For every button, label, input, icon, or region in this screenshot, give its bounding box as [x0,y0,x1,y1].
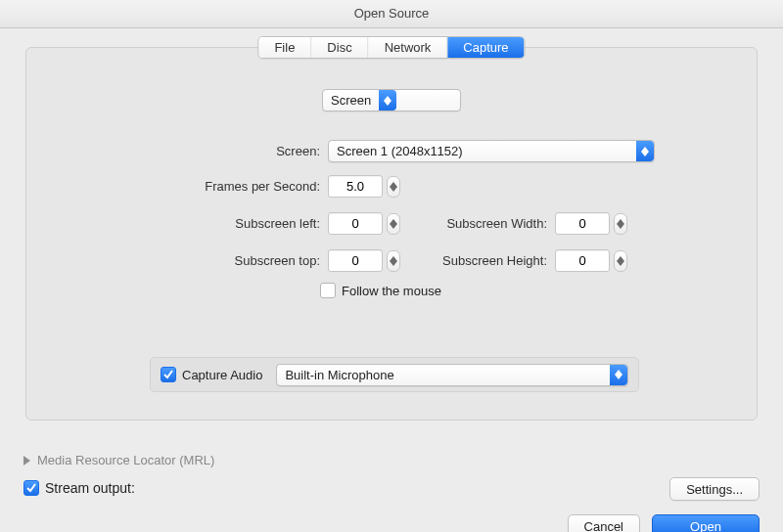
popup-arrows-icon [379,90,396,111]
subscreen-height-field [555,249,627,272]
follow-mouse-label: Follow the mouse [342,284,441,298]
fps-field [328,175,400,198]
subscreen-width-field [555,212,627,235]
capture-audio-label: Capture Audio [182,368,262,382]
tab-network[interactable]: Network [369,37,448,58]
follow-mouse-option[interactable]: Follow the mouse [320,283,441,298]
subscreen-width-input[interactable] [555,212,610,235]
popup-arrows-icon [636,141,654,161]
subscreen-top-field [328,249,400,272]
screen-label: Screen: [26,144,328,158]
follow-mouse-checkbox[interactable] [320,283,336,298]
subscreen-left-stepper[interactable] [387,213,400,235]
tab-network-label: Network [385,40,432,55]
subscreen-left-label: Subscreen left: [26,216,328,231]
capture-mode-selected: Screen [323,93,379,108]
svg-marker-1 [384,101,392,106]
fps-label: Frames per Second: [26,179,328,194]
subscreen-left-input[interactable] [328,212,383,235]
capture-mode-popup[interactable]: Screen [322,89,461,111]
tab-capture[interactable]: Capture [447,37,524,58]
stream-settings-button[interactable]: Settings... [669,477,760,501]
open-label: Open [690,519,721,533]
window-titlebar: Open Source [0,0,783,28]
audio-device-popup[interactable]: Built-in Microphone [276,364,628,386]
capture-audio-checkbox[interactable] [161,367,176,382]
fps-stepper[interactable] [387,176,400,198]
tab-disc-label: Disc [327,40,351,55]
tab-file[interactable]: File [258,37,311,58]
svg-marker-15 [615,375,622,379]
popup-arrows-icon [610,365,627,385]
window-title: Open Source [354,6,430,21]
subscreen-height-stepper[interactable] [614,250,627,272]
subscreen-top-input[interactable] [328,249,383,272]
subscreen-height-input[interactable] [555,249,610,272]
screen-popup[interactable]: Screen 1 (2048x1152) [328,140,655,162]
window-content: File Disc Network Capture Screen Screen:… [12,27,771,524]
stream-output-checkbox[interactable] [23,480,39,496]
audio-device-selected: Built-in Microphone [277,368,610,382]
dialog-buttons: Cancel Open [568,514,760,532]
svg-marker-7 [390,224,397,229]
subscreen-top-label: Subscreen top: [26,253,328,268]
stream-output-label: Stream output: [45,480,135,496]
capture-audio-group: Capture Audio Built-in Microphone [150,357,639,392]
fps-input[interactable] [328,175,383,198]
svg-marker-3 [641,152,649,156]
subscreen-width-label: Subscreen Width: [424,216,555,231]
screen-selected: Screen 1 (2048x1152) [329,144,636,158]
open-button[interactable]: Open [652,514,760,532]
mrl-label: Media Resource Locator (MRL) [37,453,214,467]
stream-output-option[interactable]: Stream output: [23,480,135,496]
capture-panel: File Disc Network Capture Screen Screen:… [25,47,758,421]
mrl-disclosure[interactable]: Media Resource Locator (MRL) [23,453,214,467]
disclosure-triangle-icon [23,456,30,466]
svg-marker-11 [390,261,397,266]
subscreen-width-stepper[interactable] [614,213,627,235]
svg-marker-9 [617,224,624,229]
svg-marker-13 [617,261,624,266]
subscreen-top-stepper[interactable] [387,250,400,272]
tab-disc[interactable]: Disc [311,37,368,58]
cancel-label: Cancel [584,519,623,533]
capture-audio-option[interactable]: Capture Audio [161,367,262,382]
subscreen-height-label: Subscreen Height: [424,253,555,268]
tab-capture-label: Capture [463,40,508,55]
svg-marker-5 [390,187,397,192]
subscreen-left-field [328,212,400,235]
tab-file-label: File [274,40,295,55]
source-tabs: File Disc Network Capture [257,36,525,59]
stream-settings-label: Settings... [686,482,743,497]
cancel-button[interactable]: Cancel [568,514,640,532]
